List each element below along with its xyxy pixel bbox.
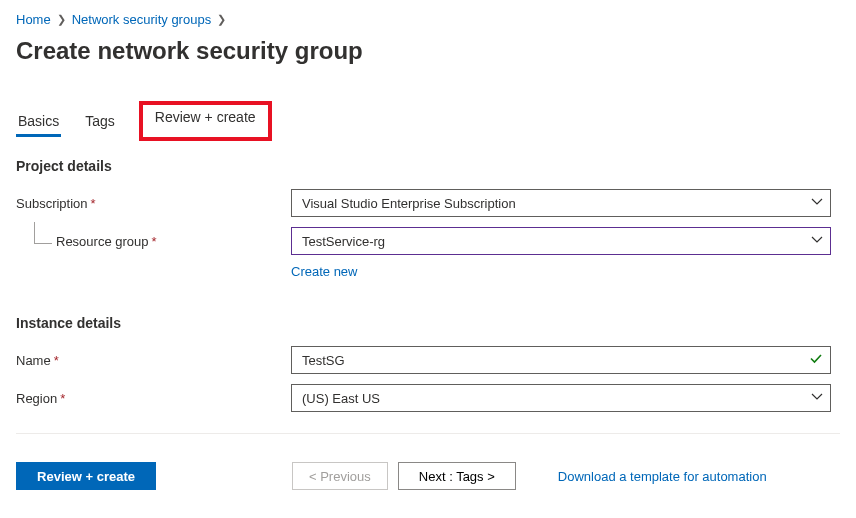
row-region: Region* (US) East US (16, 383, 840, 413)
chevron-right-icon: ❯ (57, 13, 66, 26)
tab-tags[interactable]: Tags (83, 107, 117, 137)
breadcrumb-nsg[interactable]: Network security groups (72, 12, 211, 27)
review-create-button[interactable]: Review + create (16, 462, 156, 490)
row-name: Name* (16, 345, 840, 375)
subscription-select[interactable]: Visual Studio Enterprise Subscription (291, 189, 831, 217)
breadcrumb: Home ❯ Network security groups ❯ (16, 12, 840, 27)
label-subscription: Subscription* (16, 196, 291, 211)
previous-button: < Previous (292, 462, 388, 490)
name-input-wrap (291, 346, 831, 374)
label-name: Name* (16, 353, 291, 368)
create-new-link-row: Create new (291, 264, 840, 279)
label-resource-group: Resource group* (16, 234, 291, 249)
nav-button-group: < Previous Next : Tags > (292, 462, 516, 490)
download-template-link[interactable]: Download a template for automation (558, 469, 767, 484)
tabs: Basics Tags Review + create (16, 107, 840, 138)
create-new-link[interactable]: Create new (291, 264, 357, 279)
region-select[interactable]: (US) East US (291, 384, 831, 412)
footer-bar: Review + create < Previous Next : Tags >… (16, 433, 840, 490)
required-indicator: * (152, 234, 157, 249)
name-field[interactable] (291, 346, 831, 374)
section-instance-details: Instance details (16, 315, 840, 331)
resource-group-select[interactable]: TestService-rg (291, 227, 831, 255)
check-icon (809, 352, 823, 369)
breadcrumb-home[interactable]: Home (16, 12, 51, 27)
section-project-details: Project details (16, 158, 840, 174)
row-resource-group: Resource group* TestService-rg (16, 226, 840, 256)
tab-review-create[interactable]: Review + create (139, 101, 272, 141)
tree-connector-icon (34, 222, 52, 244)
page-title: Create network security group (16, 37, 840, 65)
required-indicator: * (91, 196, 96, 211)
row-subscription: Subscription* Visual Studio Enterprise S… (16, 188, 840, 218)
required-indicator: * (54, 353, 59, 368)
next-button[interactable]: Next : Tags > (398, 462, 516, 490)
chevron-right-icon: ❯ (217, 13, 226, 26)
label-region: Region* (16, 391, 291, 406)
tab-basics[interactable]: Basics (16, 107, 61, 137)
required-indicator: * (60, 391, 65, 406)
